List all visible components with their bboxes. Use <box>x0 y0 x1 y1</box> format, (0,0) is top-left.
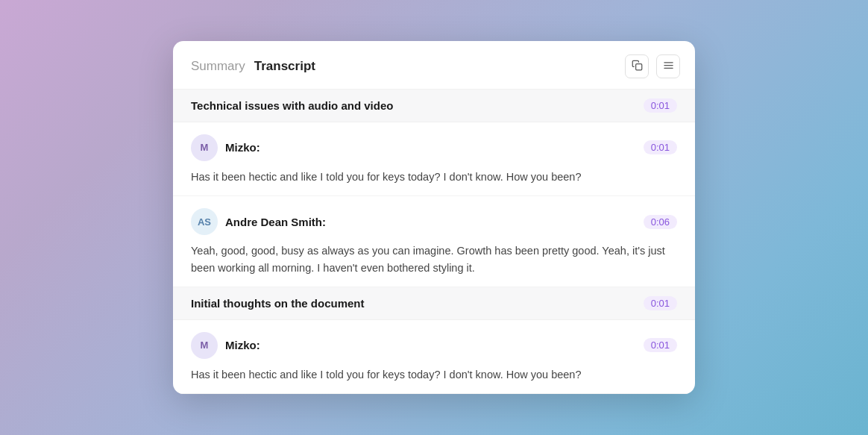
section-header-2: Initial thoughts on the document 0:01 <box>173 287 695 320</box>
message-text-1: Has it been hectic and like I told you f… <box>191 169 677 185</box>
message-block-2: AS Andre Dean Smith: 0:06 Yeah, good, go… <box>173 196 695 287</box>
message-time-2: 0:06 <box>644 215 677 229</box>
avatar-1: M <box>191 134 218 161</box>
avatar-3: M <box>191 332 218 359</box>
header: Summary Transcript <box>173 41 695 90</box>
message-block-1: M Mizko: 0:01 Has it been hectic and lik… <box>173 122 695 196</box>
section-time-2: 0:01 <box>644 296 677 310</box>
menu-icon <box>663 60 674 73</box>
message-text-3: Has it been hectic and like I told you f… <box>191 366 677 383</box>
header-icons <box>625 54 680 78</box>
section-title-2: Initial thoughts on the document <box>191 297 364 310</box>
menu-button[interactable] <box>656 54 680 78</box>
copy-button[interactable] <box>625 54 649 78</box>
main-card: Summary Transcript <box>173 41 695 395</box>
speaker-name-3: Mizko: <box>225 339 644 351</box>
message-block-3: M Mizko: 0:01 Has it been hectic and lik… <box>173 320 695 394</box>
section-header-1: Technical issues with audio and video 0:… <box>173 90 695 122</box>
avatar-2: AS <box>191 208 218 235</box>
transcript-content: Technical issues with audio and video 0:… <box>173 90 695 395</box>
speaker-name-1: Mizko: <box>225 141 644 154</box>
message-header-1: M Mizko: 0:01 <box>191 134 677 161</box>
speaker-name-2: Andre Dean Smith: <box>225 216 644 228</box>
message-header-2: AS Andre Dean Smith: 0:06 <box>191 208 677 235</box>
message-header-3: M Mizko: 0:01 <box>191 332 677 359</box>
message-text-2: Yeah, good, good, busy as always as you … <box>191 242 677 276</box>
transcript-tab[interactable]: Transcript <box>254 59 315 74</box>
section-title-1: Technical issues with audio and video <box>191 99 393 112</box>
summary-tab[interactable]: Summary <box>191 59 245 74</box>
copy-icon <box>632 60 643 73</box>
svg-rect-0 <box>635 63 641 69</box>
section-time-1: 0:01 <box>644 98 677 113</box>
message-time-3: 0:01 <box>644 338 677 352</box>
message-time-1: 0:01 <box>644 140 677 154</box>
